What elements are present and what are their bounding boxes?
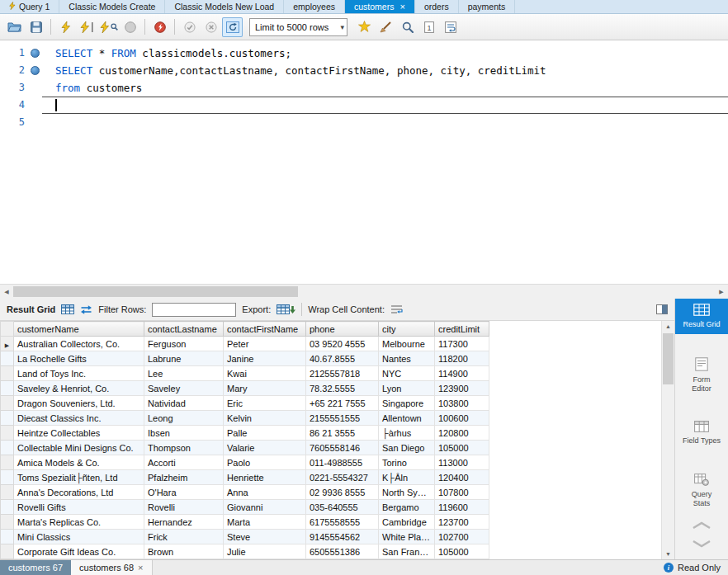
execute-all-button[interactable] bbox=[55, 17, 76, 37]
cell-contactLastname[interactable]: Lee bbox=[144, 366, 224, 381]
cell-contactFirstName[interactable]: Giovanni bbox=[224, 500, 306, 515]
table-row[interactable]: Saveley & Henriot, Co.SaveleyMary78.32.5… bbox=[1, 381, 489, 396]
row-gutter[interactable] bbox=[1, 366, 14, 381]
query-tab-orders[interactable]: orders bbox=[415, 0, 459, 13]
result-set-tab-1[interactable]: customers 67 bbox=[0, 560, 71, 575]
cell-customerName[interactable]: Marta's Replicas Co. bbox=[14, 515, 144, 530]
cell-phone[interactable]: +65 221 7555 bbox=[306, 396, 379, 411]
cell-phone[interactable]: 78.32.5555 bbox=[306, 381, 379, 396]
query-tab-payments[interactable]: payments bbox=[459, 0, 516, 13]
cell-customerName[interactable]: La Rochelle Gifts bbox=[14, 351, 144, 366]
chevron-up-icon[interactable] bbox=[691, 518, 712, 533]
beautify-button[interactable] bbox=[354, 17, 375, 37]
query-tab-query-1[interactable]: Query 1 bbox=[0, 0, 59, 13]
cell-customerName[interactable]: Dragon Souveniers, Ltd. bbox=[14, 396, 144, 411]
cell-customerName[interactable]: Rovelli Gifts bbox=[14, 500, 144, 515]
cell-customerName[interactable]: Toms Spezialit├ñten, Ltd bbox=[14, 470, 144, 485]
rollback-button[interactable] bbox=[201, 17, 221, 37]
query-tab-employees[interactable]: employees bbox=[284, 0, 345, 13]
cell-contactFirstName[interactable]: Peter bbox=[224, 337, 306, 351]
cell-contactFirstName[interactable]: Paolo bbox=[224, 455, 306, 470]
wrap-text-button[interactable] bbox=[440, 17, 461, 37]
cell-contactLastname[interactable]: O'Hara bbox=[144, 485, 224, 500]
sidebar-item-field-types[interactable]: Field Types bbox=[675, 416, 728, 450]
panel-toggle-icon[interactable] bbox=[656, 304, 668, 314]
table-row[interactable]: Heintze CollectablesIbsenPalle86 21 3555… bbox=[1, 426, 489, 441]
cell-creditLimit[interactable]: 107800 bbox=[435, 485, 489, 500]
cell-creditLimit[interactable]: 102700 bbox=[435, 530, 489, 544]
cell-creditLimit[interactable]: 119600 bbox=[435, 500, 489, 515]
cell-city[interactable]: San Francisco bbox=[379, 544, 435, 559]
cell-phone[interactable]: 03 9520 4555 bbox=[306, 337, 379, 351]
editor-line-2[interactable]: 2SELECT customerName,contactLastname, co… bbox=[0, 62, 728, 79]
row-gutter[interactable] bbox=[1, 351, 14, 366]
cell-contactFirstName[interactable]: Anna bbox=[224, 485, 306, 500]
grid-vertical-scrollbar[interactable]: ▲ ▼ bbox=[661, 321, 674, 559]
cell-creditLimit[interactable]: 120400 bbox=[435, 470, 489, 485]
chevron-down-icon[interactable] bbox=[691, 536, 712, 551]
cell-contactLastname[interactable]: Hernandez bbox=[144, 515, 224, 530]
cell-contactLastname[interactable]: Brown bbox=[144, 544, 224, 559]
cell-creditLimit[interactable]: 105000 bbox=[435, 544, 489, 559]
editor-line-5[interactable]: 5 bbox=[0, 114, 728, 131]
scroll-left-icon[interactable]: ◀ bbox=[0, 289, 13, 295]
cell-phone[interactable]: 7605558146 bbox=[306, 441, 379, 455]
row-gutter[interactable]: ▶ bbox=[1, 337, 14, 351]
row-gutter[interactable] bbox=[1, 530, 14, 544]
row-gutter[interactable] bbox=[1, 426, 14, 441]
cell-city[interactable]: North Sydney bbox=[379, 485, 435, 500]
cell-contactLastname[interactable]: Ibsen bbox=[144, 426, 224, 441]
editor-line-3[interactable]: 3from customers bbox=[0, 79, 728, 97]
limit-rows-dropdown[interactable]: Limit to 5000 rows▾ bbox=[249, 18, 347, 36]
commit-button[interactable] bbox=[179, 17, 200, 37]
cell-customerName[interactable]: Saveley & Henriot, Co. bbox=[14, 381, 144, 396]
result-set-tab-2[interactable]: customers 68× bbox=[71, 560, 152, 575]
cell-customerName[interactable]: Amica Models & Co. bbox=[14, 455, 144, 470]
cell-contactLastname[interactable]: Saveley bbox=[144, 381, 224, 396]
editor-line-4[interactable]: 4 bbox=[0, 97, 728, 114]
cell-city[interactable]: Melbourne bbox=[379, 337, 435, 351]
save-button[interactable] bbox=[26, 17, 46, 37]
cell-customerName[interactable]: Anna's Decorations, Ltd bbox=[14, 485, 144, 500]
row-gutter[interactable] bbox=[1, 396, 14, 411]
cell-city[interactable]: ├àrhus bbox=[379, 426, 435, 441]
table-row[interactable]: Toms Spezialit├ñten, LtdPfalzheimHenriet… bbox=[1, 470, 489, 485]
table-row[interactable]: Corporate Gift Ideas Co.BrownJulie650555… bbox=[1, 544, 489, 559]
cell-contactFirstName[interactable]: Kelvin bbox=[224, 411, 306, 426]
export-icon[interactable] bbox=[277, 304, 295, 314]
refresh-icon[interactable] bbox=[80, 305, 92, 314]
cell-contactFirstName[interactable]: Eric bbox=[224, 396, 306, 411]
query-tab-customers[interactable]: customers× bbox=[345, 0, 415, 13]
stop-button[interactable] bbox=[120, 17, 140, 37]
row-gutter[interactable] bbox=[1, 544, 14, 559]
sidebar-item-form-editor[interactable]: Form Editor bbox=[675, 352, 728, 398]
sql-editor[interactable]: 1SELECT * FROM classicmodels.customers;2… bbox=[0, 40, 728, 284]
query-tab-classic-models-new-load[interactable]: Classic Models New Load bbox=[165, 0, 284, 13]
cell-contactLastname[interactable]: Natividad bbox=[144, 396, 224, 411]
column-header-creditLimit[interactable]: creditLimit bbox=[435, 322, 489, 337]
table-row[interactable]: Collectable Mini Designs Co.ThompsonVala… bbox=[1, 441, 489, 455]
cell-phone[interactable]: 011-4988555 bbox=[306, 455, 379, 470]
cell-contactFirstName[interactable]: Henriette bbox=[224, 470, 306, 485]
cell-customerName[interactable]: Corporate Gift Ideas Co. bbox=[14, 544, 144, 559]
table-row[interactable]: La Rochelle GiftsLabruneJanine40.67.8555… bbox=[1, 351, 489, 366]
cell-phone[interactable]: 9145554562 bbox=[306, 530, 379, 544]
cell-customerName[interactable]: Collectable Mini Designs Co. bbox=[14, 441, 144, 455]
table-row[interactable]: ▶Australian Collectors, Co.FergusonPeter… bbox=[1, 337, 489, 351]
clean-up-button[interactable] bbox=[376, 17, 396, 37]
wrap-cell-content-icon[interactable] bbox=[390, 304, 403, 314]
cell-creditLimit[interactable]: 103800 bbox=[435, 396, 489, 411]
cell-creditLimit[interactable]: 120800 bbox=[435, 426, 489, 441]
cell-city[interactable]: Allentown bbox=[379, 411, 435, 426]
cell-creditLimit[interactable]: 114900 bbox=[435, 366, 489, 381]
query-tab-classic-models-create[interactable]: Classic Models Create bbox=[59, 0, 165, 13]
cell-phone[interactable]: 0221-5554327 bbox=[306, 470, 379, 485]
scroll-up-icon[interactable]: ▲ bbox=[665, 321, 671, 332]
cell-phone[interactable]: 02 9936 8555 bbox=[306, 485, 379, 500]
cell-city[interactable]: Torino bbox=[379, 455, 435, 470]
row-gutter[interactable] bbox=[1, 470, 14, 485]
cell-creditLimit[interactable]: 117300 bbox=[435, 337, 489, 351]
scroll-right-icon[interactable]: ▶ bbox=[715, 289, 728, 295]
editor-line-1[interactable]: 1SELECT * FROM classicmodels.customers; bbox=[0, 45, 728, 62]
cell-creditLimit[interactable]: 105000 bbox=[435, 441, 489, 455]
